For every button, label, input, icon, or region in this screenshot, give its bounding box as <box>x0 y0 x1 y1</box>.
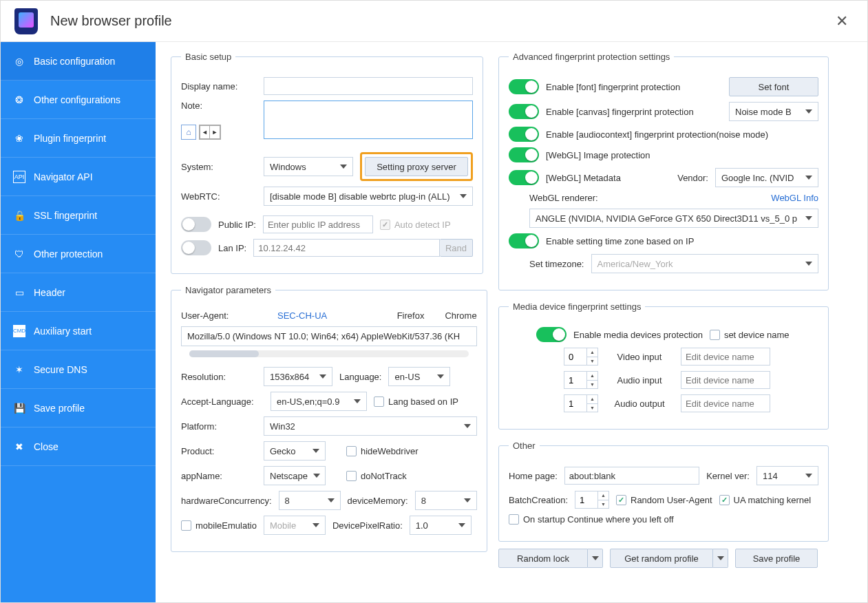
public-ip-label: Public IP: <box>218 220 256 230</box>
audioout-count-spinner[interactable]: ▲▼ <box>564 394 598 412</box>
nav-prev-icon[interactable]: ◄ <box>200 125 210 139</box>
lan-ip-toggle[interactable] <box>181 240 211 255</box>
batch-spinner[interactable]: ▲▼ <box>575 491 609 509</box>
renderer-select[interactable]: ANGLE (NVIDIA, NVIDIA GeForce GTX 650 Di… <box>529 209 818 228</box>
mobile-select[interactable]: Mobile <box>264 516 326 535</box>
get-random-profile-button[interactable]: Get random profile <box>610 549 728 568</box>
media-toggle[interactable] <box>536 327 567 342</box>
canvas-protect-label: Enable [canvas] fingerprint protection <box>546 107 722 117</box>
mobile-emulation-checkbox[interactable]: mobileEmulatio <box>181 520 257 531</box>
sidebar-item-label: Navigator API <box>34 171 93 182</box>
hw-concurrency-label: hardwareConcurrency: <box>181 496 272 506</box>
webgl-info-link[interactable]: WebGL Info <box>771 193 818 203</box>
chrome-label[interactable]: Chrome <box>445 310 476 321</box>
cmd-icon: CMD <box>13 325 25 337</box>
webgl-image-toggle[interactable] <box>509 147 539 162</box>
sidebar-item-other-config[interactable]: ❂Other configurations <box>1 81 156 119</box>
canvas-mode-select[interactable]: Noise mode B <box>729 102 818 121</box>
user-agent-input[interactable]: Mozilla/5.0 (Windows NT 10.0; Win64; x64… <box>181 326 477 346</box>
webrtc-select[interactable]: [disable mode B] disable webrtc plug-in … <box>264 187 473 206</box>
audio-output-label: Audio output <box>605 399 674 409</box>
ua-scrollbar[interactable] <box>189 350 469 357</box>
video-name-input[interactable] <box>681 348 770 366</box>
sidebar-item-navigator[interactable]: APINavigator API <box>1 158 156 196</box>
webgl-meta-toggle[interactable] <box>509 170 539 185</box>
vendor-select[interactable]: Google Inc. (NVID <box>715 168 818 187</box>
firefox-label[interactable]: Firefox <box>397 310 425 321</box>
continue-startup-checkbox[interactable]: On startup Continue where you left off <box>509 514 674 525</box>
renderer-label: WebGL renderer: <box>529 193 598 203</box>
font-toggle[interactable] <box>509 79 539 94</box>
system-select[interactable]: Windows <box>264 157 353 176</box>
sidebar-item-other-protection[interactable]: 🛡Other protection <box>1 235 156 273</box>
sec-ch-ua-link[interactable]: SEC-CH-UA <box>277 310 327 321</box>
display-name-input[interactable] <box>264 77 473 95</box>
home-icon[interactable]: ⌂ <box>181 125 196 140</box>
audioout-name-input[interactable] <box>681 394 770 412</box>
sidebar-item-dns[interactable]: ✶Secure DNS <box>1 350 156 389</box>
save-icon: 💾 <box>13 402 25 414</box>
audioin-name-input[interactable] <box>681 371 770 389</box>
platform-select[interactable]: Win32 <box>264 416 477 436</box>
save-profile-button[interactable]: Save profile <box>735 549 818 568</box>
auto-detect-checkbox[interactable]: Auto detect IP <box>380 220 451 230</box>
sidebar-item-label: Save profile <box>34 403 85 414</box>
sidebar-item-label: Secure DNS <box>34 364 87 375</box>
video-count-spinner[interactable]: ▲▼ <box>564 348 598 366</box>
sidebar-item-header[interactable]: ▭Header <box>1 273 156 312</box>
timezone-select[interactable]: America/New_York <box>591 254 819 273</box>
homepage-input[interactable] <box>564 467 699 485</box>
close-circle-icon: ✖ <box>13 441 25 453</box>
gear-icon: ❂ <box>13 94 25 106</box>
media-group: Media device fingerprint settings Enable… <box>498 302 829 430</box>
sidebar-item-ssl[interactable]: 🔒SSL fingerprint <box>1 196 156 235</box>
public-ip-input[interactable] <box>263 215 373 233</box>
close-icon[interactable]: ✕ <box>830 10 854 33</box>
system-label: System: <box>181 162 257 172</box>
video-input-label: Video input <box>605 352 674 362</box>
public-ip-toggle[interactable] <box>181 217 211 232</box>
timezone-toggle[interactable] <box>509 233 539 248</box>
random-lock-button[interactable]: Random lock <box>498 549 603 568</box>
basic-setup-group: Basic setup Display name: Note: ⌂ ◄ ► <box>171 52 483 274</box>
sidebar-item-plugin[interactable]: ❀Plugin fingerprint <box>1 119 156 158</box>
dpr-select[interactable]: 1.0 <box>410 516 472 535</box>
hide-webdriver-checkbox[interactable]: hideWebdriver <box>346 446 419 456</box>
display-name-label: Display name: <box>181 81 257 92</box>
app-logo <box>14 8 38 34</box>
target-icon: ◎ <box>13 55 25 67</box>
accept-lang-select[interactable]: en-US,en;q=0.9 <box>271 392 367 411</box>
set-font-button[interactable]: Set font <box>729 77 818 96</box>
appname-select[interactable]: Netscape <box>264 466 326 485</box>
resolution-select[interactable]: 1536x864 <box>264 367 332 386</box>
donottrack-checkbox[interactable]: doNotTrack <box>346 471 407 481</box>
canvas-toggle[interactable] <box>509 104 539 119</box>
hw-concurrency-select[interactable]: 8 <box>279 491 341 510</box>
sidebar-item-close[interactable]: ✖Close <box>1 427 156 466</box>
lang-ip-checkbox[interactable]: Lang based on IP <box>374 396 458 407</box>
random-ua-checkbox[interactable]: Random User-Agent <box>616 495 712 505</box>
set-device-name-checkbox[interactable]: set device name <box>710 330 790 340</box>
proxy-settings-button[interactable]: Setting proxy server <box>365 157 468 176</box>
product-select[interactable]: Gecko <box>264 441 326 461</box>
resolution-label: Resolution: <box>181 372 257 382</box>
language-select[interactable]: en-US <box>388 367 450 386</box>
lan-ip-input[interactable] <box>253 239 440 257</box>
sidebar-item-auxiliary[interactable]: CMDAuxiliary start <box>1 312 156 350</box>
device-memory-select[interactable]: 8 <box>415 491 477 510</box>
other-group: Other Home page: Kernel ver: 114 BatchCr… <box>498 441 829 542</box>
rand-button[interactable]: Rand <box>440 239 473 257</box>
sidebar-item-save[interactable]: 💾Save profile <box>1 389 156 427</box>
sidebar-item-basic[interactable]: ◎Basic configuration <box>1 42 156 81</box>
ua-match-kernel-checkbox[interactable]: UA matching kernel <box>719 495 812 505</box>
basic-legend: Basic setup <box>181 52 235 62</box>
note-input[interactable] <box>264 100 473 139</box>
audioin-count-spinner[interactable]: ▲▼ <box>564 371 598 389</box>
webgl-meta-label: [WebGL] Metadata <box>546 173 621 183</box>
media-legend: Media device fingerprint settings <box>509 302 645 312</box>
timezone-enable-label: Enable setting time zone based on IP <box>546 236 694 246</box>
advanced-group: Advanced fingerprint protection settings… <box>498 52 829 290</box>
nav-next-icon[interactable]: ► <box>210 125 220 139</box>
kernel-select[interactable]: 114 <box>756 466 818 485</box>
audio-toggle[interactable] <box>509 127 539 142</box>
